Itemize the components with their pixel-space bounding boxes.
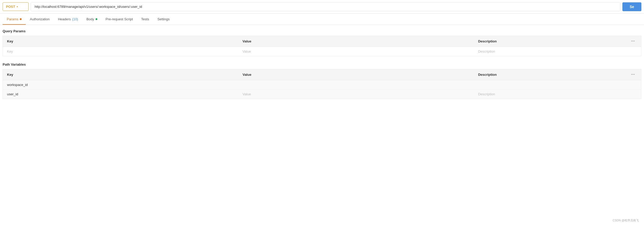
query-key-cell: Key: [3, 47, 238, 56]
tab-authorization[interactable]: Authorization: [26, 14, 54, 25]
path-workspace-key: workspace_id: [7, 83, 28, 87]
query-params-section: Query Params Key Value Description ··· K…: [3, 29, 641, 56]
params-dot: [20, 18, 22, 20]
tab-pre-request-script[interactable]: Pre-request Script: [102, 14, 137, 25]
tab-tests-label: Tests: [141, 17, 149, 21]
path-user-actions-cell: [627, 90, 641, 99]
path-user-desc-cell: Description: [474, 90, 627, 99]
chevron-down-icon: ▾: [17, 5, 18, 8]
tab-body[interactable]: Body: [82, 14, 102, 25]
method-dropdown[interactable]: POST ▾: [3, 2, 29, 11]
tab-headers[interactable]: Headers (10): [54, 14, 82, 25]
send-button[interactable]: Se: [622, 2, 641, 11]
query-value-placeholder: Value: [243, 49, 251, 53]
tab-authorization-label: Authorization: [30, 17, 50, 21]
path-user-key: user_id: [7, 92, 18, 96]
query-actions-header: ···: [627, 36, 641, 47]
path-workspace-value-cell: [238, 80, 474, 90]
query-params-empty-row: Key Value Description: [3, 47, 641, 56]
url-input[interactable]: [31, 2, 620, 11]
query-value-cell: Value: [238, 47, 474, 56]
body-dot: [96, 18, 97, 20]
path-desc-header: Description: [474, 69, 627, 80]
url-input-container: [31, 2, 620, 11]
path-variables-table: Key Value Description ··· workspace_id: [3, 69, 641, 99]
query-params-header-row: Key Value Description ···: [3, 36, 641, 47]
tab-settings[interactable]: Settings: [153, 14, 174, 25]
path-variables-section: Path Variables Key Value Description ···…: [3, 63, 641, 99]
query-desc-header: Description: [474, 36, 627, 47]
path-workspace-desc-cell: [474, 80, 627, 90]
tab-pre-request-label: Pre-request Script: [106, 17, 133, 21]
tab-params[interactable]: Params: [3, 14, 26, 25]
tab-tests[interactable]: Tests: [137, 14, 153, 25]
tab-headers-label: Headers: [58, 17, 71, 21]
query-desc-cell: Description: [474, 47, 627, 56]
query-actions-cell: [627, 47, 641, 56]
table-row: user_id Value Description: [3, 90, 641, 99]
query-value-header: Value: [238, 36, 474, 47]
path-actions-header: ···: [627, 69, 641, 80]
query-key-header: Key: [3, 36, 238, 47]
query-params-title: Query Params: [3, 29, 641, 33]
path-user-value-cell: Value: [238, 90, 474, 99]
content-area: Query Params Key Value Description ··· K…: [0, 25, 644, 109]
headers-badge: (10): [72, 17, 78, 21]
query-params-table: Key Value Description ··· Key Value: [3, 36, 641, 56]
top-bar: POST ▾ Se: [0, 0, 644, 14]
path-workspace-key-cell: workspace_id: [3, 80, 238, 90]
path-user-desc-placeholder: Description: [478, 92, 495, 96]
path-value-header: Value: [238, 69, 474, 80]
tab-params-label: Params: [7, 17, 18, 21]
query-more-options-icon[interactable]: ···: [631, 39, 637, 44]
table-row: workspace_id: [3, 80, 641, 90]
tab-settings-label: Settings: [157, 17, 170, 21]
path-header-row: Key Value Description ···: [3, 69, 641, 80]
path-workspace-actions-cell: [627, 80, 641, 90]
path-variables-title: Path Variables: [3, 63, 641, 66]
query-desc-placeholder: Description: [478, 49, 495, 53]
path-more-options-icon[interactable]: ···: [631, 72, 637, 77]
tabs-bar: Params Authorization Headers (10) Body P…: [0, 14, 644, 25]
path-key-header: Key: [3, 69, 238, 80]
query-key-placeholder: Key: [7, 49, 13, 53]
path-user-key-cell: user_id: [3, 90, 238, 99]
tab-body-label: Body: [86, 17, 94, 21]
method-label: POST: [6, 5, 15, 9]
path-user-value-placeholder: Value: [243, 92, 251, 96]
